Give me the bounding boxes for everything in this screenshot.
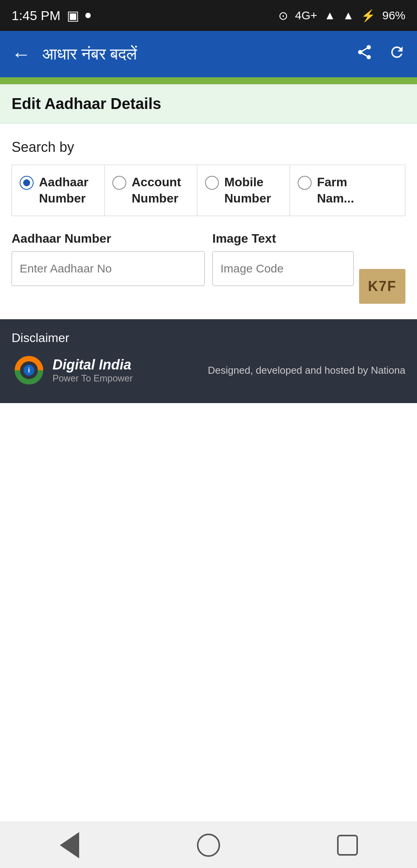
status-bar: 1:45 PM ▣ ⊙ 4G+ ▲ ▲ ⚡ 96% [0, 0, 417, 31]
radio-aadhaar-number[interactable]: AadhaarNumber [12, 165, 105, 216]
radio-label-account: AccountNumber [132, 174, 181, 206]
nav-back-button[interactable] [54, 830, 85, 861]
back-triangle-icon [60, 832, 79, 858]
battery-icon: ⚡ [361, 9, 375, 22]
header-actions [356, 44, 405, 65]
header-title: आधार नंबर बदलें [42, 45, 344, 63]
radio-circle-account [112, 176, 126, 190]
radio-label-farmer: FarmNam... [317, 174, 354, 206]
footer-bottom: i Digital India Power To Empower Designe… [12, 353, 405, 388]
status-right: ⊙ 4G+ ▲ ▲ ⚡ 96% [278, 9, 405, 22]
radio-circle-aadhaar [20, 176, 34, 190]
input-row: Aadhaar Number Image Text K7F [12, 231, 405, 304]
captcha-image: K7F [359, 269, 405, 304]
radio-circle-mobile [205, 176, 219, 190]
nav-home-button[interactable] [193, 830, 224, 861]
status-left: 1:45 PM ▣ [12, 8, 91, 23]
battery-level: 96% [382, 9, 405, 22]
wifi-icon: ⊙ [278, 9, 288, 22]
aadhaar-number-label: Aadhaar Number [12, 231, 205, 246]
back-button[interactable]: ← [12, 44, 31, 64]
share-icon[interactable] [356, 44, 373, 65]
digital-india-text: Digital India Power To Empower [53, 357, 133, 384]
radio-label-aadhaar: AadhaarNumber [39, 174, 88, 206]
radio-options-container: AadhaarNumber AccountNumber MobileNumber… [12, 165, 405, 216]
radio-account-number[interactable]: AccountNumber [105, 165, 197, 216]
sim-icon: ▣ [67, 8, 79, 23]
aadhaar-number-input[interactable] [12, 251, 205, 286]
app-header: ← आधार नंबर बदलें [0, 31, 417, 77]
disclaimer-footer: Disclaimer i Digital India Power To Empo… [0, 319, 417, 403]
radio-mobile-number[interactable]: MobileNumber [197, 165, 290, 216]
main-content: Edit Aadhaar Details Search by AadhaarNu… [0, 84, 417, 319]
nav-recent-button[interactable] [332, 830, 363, 861]
radio-circle-farmer [298, 176, 312, 190]
radio-label-mobile: MobileNumber [224, 174, 271, 206]
image-code-input[interactable] [212, 251, 354, 286]
refresh-icon[interactable] [388, 44, 405, 65]
image-text-label: Image Text [212, 231, 405, 246]
svg-text:i: i [28, 366, 30, 374]
signal-bar-1: ▲ [324, 9, 336, 22]
hosted-text: Designed, developed and hosted by Nation… [208, 364, 405, 376]
edit-aadhaar-title: Edit Aadhaar Details [12, 95, 405, 112]
white-space [0, 403, 417, 868]
disclaimer-label: Disclaimer [12, 331, 405, 345]
radio-farmer-name[interactable]: FarmNam... [290, 165, 383, 216]
captcha-text: K7F [368, 278, 397, 294]
status-dot [85, 13, 91, 18]
search-by-label: Search by [12, 139, 405, 155]
time: 1:45 PM [12, 8, 61, 23]
digital-india-name: Digital India [53, 357, 133, 373]
digital-india-icon: i [12, 353, 46, 388]
signal-bar-2: ▲ [342, 9, 354, 22]
signal-label: 4G+ [295, 9, 317, 22]
recent-square-icon [337, 835, 358, 856]
image-text-group: Image Text K7F [212, 231, 405, 304]
digital-india-tagline: Power To Empower [53, 373, 133, 384]
edit-aadhaar-header: Edit Aadhaar Details [0, 84, 417, 124]
digital-india-logo: i Digital India Power To Empower [12, 353, 133, 388]
bottom-nav [0, 822, 417, 868]
aadhaar-number-group: Aadhaar Number [12, 231, 205, 286]
green-strip [0, 77, 417, 84]
form-section: Search by AadhaarNumber AccountNumber Mo… [0, 124, 417, 319]
home-circle-icon [197, 834, 220, 857]
